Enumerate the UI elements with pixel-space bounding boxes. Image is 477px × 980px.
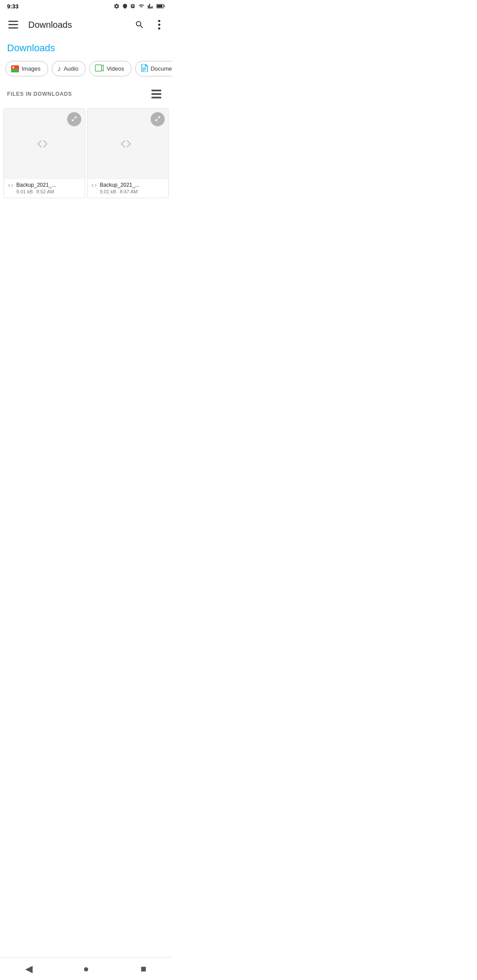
breadcrumb-text: Downloads [7,42,55,53]
status-time: 9:33 [7,3,19,10]
image-chip-icon [11,65,19,73]
clipboard-icon [130,3,135,9]
file-details-1: Backup_2021_... 9.01 kB 8:52 AM [16,182,81,194]
chip-videos-label: Videos [106,65,124,72]
file-time-1: 8:52 AM [36,189,54,194]
svg-marker-13 [102,65,104,71]
search-button[interactable] [130,15,149,34]
code-preview-icon-2 [120,139,136,149]
shield-icon [122,3,128,9]
svg-rect-12 [95,65,102,72]
status-icons [114,3,165,9]
audio-chip-icon: ♪ [57,64,61,73]
svg-point-7 [158,24,160,26]
svg-rect-3 [8,21,18,22]
breadcrumb-section: Downloads [0,37,172,57]
section-label: FILES IN DOWNLOADS [7,91,72,97]
file-name-1: Backup_2021_... [16,182,69,188]
svg-rect-18 [151,93,161,95]
menu-button[interactable] [4,15,23,34]
svg-rect-17 [151,90,161,91]
expand-button-2[interactable] [151,112,165,126]
list-icon [151,90,161,98]
video-chip-icon [95,64,104,73]
file-meta-2: 9.01 kB 8:47 AM [100,189,165,194]
code-preview-icon-1 [37,139,53,149]
chip-audio-label: Audio [64,65,78,72]
list-view-toggle-button[interactable] [148,85,165,103]
chip-documents-label: Documents [151,65,172,72]
chip-images-label: Images [22,65,41,72]
more-options-button[interactable] [149,15,169,34]
file-preview-1 [4,109,85,179]
signal-icon [148,3,154,9]
file-grid: Backup_2021_... 9.01 kB 8:52 AM [0,106,172,200]
chip-images[interactable]: Images [5,61,48,76]
filter-chips: Images ♪ Audio Videos Documents [0,57,172,82]
file-type-icon-2 [91,182,97,190]
file-preview-2 [87,109,168,179]
file-info-1: Backup_2021_... 9.01 kB 8:52 AM [4,179,85,198]
chip-audio[interactable]: ♪ Audio [52,61,86,76]
app-bar: Downloads [0,12,172,37]
file-type-icon-1 [8,182,14,190]
file-meta-1: 9.01 kB 8:52 AM [16,189,81,194]
file-card-2[interactable]: Backup_2021_... 9.01 kB 8:47 AM [87,108,169,198]
file-size-1: 9.01 kB [16,189,33,194]
expand-icon-1 [71,116,77,123]
file-time-2: 8:47 AM [120,189,137,194]
file-card[interactable]: Backup_2021_... 9.01 kB 8:52 AM [4,108,85,198]
file-size-2: 9.01 kB [100,189,116,194]
svg-rect-2 [157,5,163,8]
chip-videos[interactable]: Videos [89,61,132,76]
expand-button-1[interactable] [67,112,81,126]
expand-icon-2 [155,116,161,123]
svg-rect-19 [151,97,161,98]
wifi-icon [138,4,145,9]
status-bar: 9:33 [0,0,172,12]
svg-rect-5 [8,27,18,29]
svg-point-6 [158,20,160,22]
chip-documents[interactable]: Documents [135,61,172,76]
file-name-2: Backup_2021_... [100,182,153,188]
section-header: FILES IN DOWNLOADS [0,82,172,106]
app-bar-title: Downloads [25,20,128,30]
svg-point-8 [158,27,160,30]
settings-icon [114,3,120,9]
doc-chip-icon [141,64,148,73]
battery-icon [156,4,165,9]
file-details-2: Backup_2021_... 9.01 kB 8:47 AM [100,182,165,194]
file-info-2: Backup_2021_... 9.01 kB 8:47 AM [87,179,168,198]
app-bar-actions [130,15,169,34]
svg-rect-1 [164,5,165,7]
svg-rect-4 [8,24,18,26]
